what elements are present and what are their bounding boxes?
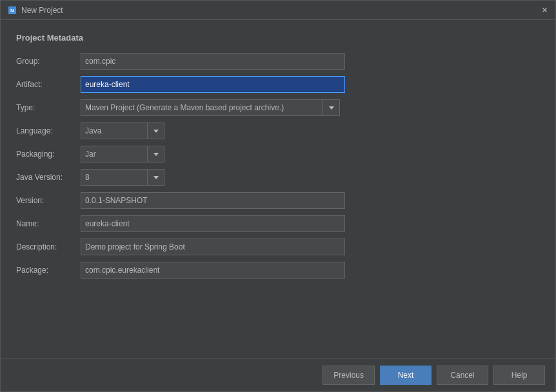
- packaging-dropdown-container: [81, 146, 164, 162]
- type-chevron-icon: [329, 106, 334, 110]
- title-bar: N New Project ×: [1, 1, 555, 20]
- java-version-dropdown-container: [81, 169, 164, 186]
- type-label: Type:: [16, 103, 81, 112]
- description-label: Description:: [16, 242, 81, 251]
- svg-text:N: N: [10, 8, 14, 14]
- description-row: Description:: [16, 239, 540, 255]
- artifact-label: Artifact:: [16, 80, 81, 89]
- version-row: Version:: [16, 192, 540, 209]
- section-title: Project Metadata: [16, 33, 540, 43]
- description-input[interactable]: [81, 239, 345, 255]
- version-label: Version:: [16, 196, 81, 205]
- name-label: Name:: [16, 219, 81, 228]
- form-content: Project Metadata Group: Artifact: Type: …: [1, 20, 555, 358]
- cancel-button[interactable]: Cancel: [437, 366, 488, 385]
- group-input[interactable]: [81, 53, 345, 70]
- type-row: Type:: [16, 99, 540, 116]
- new-project-window: N New Project × Project Metadata Group: …: [0, 0, 556, 392]
- packaging-label: Packaging:: [16, 150, 81, 159]
- version-input[interactable]: [81, 192, 345, 209]
- language-chevron-icon: [154, 130, 159, 133]
- type-input[interactable]: [81, 99, 323, 116]
- artifact-input[interactable]: [81, 76, 345, 93]
- java-version-label: Java Version:: [16, 173, 81, 182]
- package-input[interactable]: [81, 262, 345, 279]
- help-button[interactable]: Help: [493, 366, 545, 385]
- group-label: Group:: [16, 57, 81, 66]
- group-row: Group:: [16, 53, 540, 70]
- language-label: Language:: [16, 126, 81, 135]
- dialog-footer: Previous Next Cancel Help: [1, 358, 555, 391]
- type-dropdown-button[interactable]: [323, 99, 340, 116]
- java-version-dropdown-button[interactable]: [148, 169, 164, 186]
- language-dropdown-button[interactable]: [148, 122, 164, 139]
- packaging-chevron-icon: [154, 153, 159, 156]
- java-version-chevron-icon: [154, 176, 159, 179]
- window-icon: N: [7, 5, 17, 15]
- close-button[interactable]: ×: [541, 5, 549, 15]
- name-input[interactable]: [81, 215, 345, 232]
- type-dropdown-container: [81, 99, 340, 116]
- packaging-dropdown-button[interactable]: [148, 146, 164, 162]
- package-row: Package:: [16, 262, 540, 279]
- language-input[interactable]: [81, 122, 148, 139]
- java-version-input[interactable]: [81, 169, 148, 186]
- previous-button[interactable]: Previous: [323, 366, 375, 385]
- packaging-input[interactable]: [81, 146, 148, 162]
- name-row: Name:: [16, 215, 540, 232]
- language-row: Language:: [16, 122, 540, 139]
- window-title: New Project: [21, 6, 63, 15]
- language-dropdown-container: [81, 122, 164, 139]
- next-button[interactable]: Next: [380, 366, 432, 385]
- artifact-row: Artifact:: [16, 76, 540, 93]
- java-version-row: Java Version:: [16, 169, 540, 186]
- package-label: Package:: [16, 266, 81, 275]
- packaging-row: Packaging:: [16, 146, 540, 162]
